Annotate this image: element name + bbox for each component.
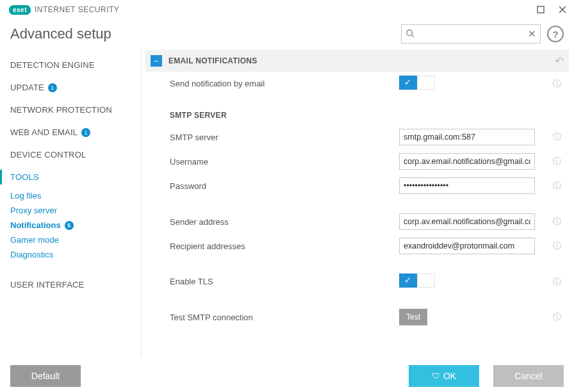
recipient-addresses-input[interactable] (399, 238, 535, 254)
badge: 5 (65, 221, 74, 230)
sidebar-item-web-and-email[interactable]: WEB AND EMAIL1 (0, 121, 141, 143)
send-notification-label: Send notification by email (170, 79, 399, 88)
default-button[interactable]: Default (10, 365, 81, 387)
enable-tls-toggle[interactable]: ✓ (399, 274, 435, 288)
username-input[interactable] (399, 153, 535, 170)
password-input[interactable] (399, 177, 535, 194)
sender-address-label: Sender address (170, 217, 399, 227)
info-icon[interactable]: ⓘ (550, 240, 564, 252)
sidebar-item-update[interactable]: UPDATE1 (0, 76, 141, 99)
sidebar-sub-proxy-server[interactable]: Proxy server (10, 203, 141, 218)
info-icon[interactable]: ⓘ (550, 311, 564, 323)
badge: 1 (81, 128, 90, 137)
brand-logo: eset (9, 5, 31, 15)
search-input[interactable] (417, 29, 528, 39)
shield-icon: 🛡 (432, 372, 439, 380)
titlebar: eset INTERNET SECURITY (0, 0, 574, 18)
send-notification-toggle[interactable]: ✓ (399, 76, 435, 90)
smtp-server-label: SMTP server (170, 133, 399, 142)
svg-rect-0 (537, 6, 544, 13)
password-label: Password (170, 181, 399, 191)
sidebar-sub-diagnostics[interactable]: Diagnostics (10, 247, 141, 262)
smtp-server-input[interactable] (399, 129, 535, 145)
section-header: − EMAIL NOTIFICATIONS ↶ (145, 50, 569, 72)
search-clear-icon[interactable]: ✕ (528, 28, 536, 40)
sidebar-sub-log-files[interactable]: Log files (10, 188, 141, 203)
info-icon[interactable]: ⓘ (550, 276, 564, 288)
footer: Default 🛡OK Cancel (0, 360, 574, 392)
reset-section-icon[interactable]: ↶ (555, 54, 564, 68)
search-box[interactable]: ✕ (401, 24, 541, 44)
recipient-addresses-label: Recipient addresses (170, 241, 399, 251)
content-panel: − EMAIL NOTIFICATIONS ↶ Send notificatio… (145, 50, 574, 357)
section-title: EMAIL NOTIFICATIONS (168, 56, 258, 65)
sidebar-item-tools[interactable]: TOOLS (0, 166, 141, 188)
maximize-icon[interactable] (536, 4, 546, 15)
cancel-button[interactable]: Cancel (493, 365, 564, 387)
sender-address-input[interactable] (399, 213, 535, 230)
badge: 1 (48, 83, 57, 92)
sidebar-sub-notifications[interactable]: Notifications5 (10, 218, 141, 233)
svg-point-3 (407, 29, 413, 35)
sidebar-item-network-protection[interactable]: NETWORK PROTECTION (0, 99, 141, 121)
sidebar-sub-gamer-mode[interactable]: Gamer mode (10, 233, 141, 247)
svg-line-4 (412, 35, 414, 37)
smtp-server-heading: SMTP SERVER (145, 95, 569, 125)
info-icon[interactable]: ⓘ (550, 216, 564, 227)
search-icon (406, 29, 414, 40)
sidebar-item-device-control[interactable]: DEVICE CONTROL (0, 143, 141, 166)
page-title: Advanced setup (10, 26, 111, 42)
product-name: INTERNET SECURITY (35, 5, 119, 14)
info-icon[interactable]: ⓘ (550, 78, 564, 90)
divider (141, 50, 142, 357)
info-icon[interactable]: ⓘ (550, 131, 564, 143)
info-icon[interactable]: ⓘ (550, 156, 564, 167)
sidebar-item-detection-engine[interactable]: DETECTION ENGINE (0, 54, 141, 76)
sidebar-item-user-interface[interactable]: USER INTERFACE (0, 274, 141, 296)
sidebar: DETECTION ENGINE UPDATE1 NETWORK PROTECT… (0, 50, 141, 357)
test-button[interactable]: Test (399, 309, 427, 325)
collapse-icon[interactable]: − (151, 55, 162, 67)
username-label: Username (170, 157, 399, 167)
ok-button[interactable]: 🛡OK (409, 365, 479, 387)
info-icon[interactable]: ⓘ (550, 180, 564, 192)
test-smtp-label: Test SMTP connection (170, 313, 399, 322)
help-icon[interactable]: ? (547, 26, 564, 42)
close-icon[interactable] (557, 4, 568, 15)
header: Advanced setup ✕ ? (0, 18, 574, 50)
enable-tls-label: Enable TLS (170, 277, 399, 286)
